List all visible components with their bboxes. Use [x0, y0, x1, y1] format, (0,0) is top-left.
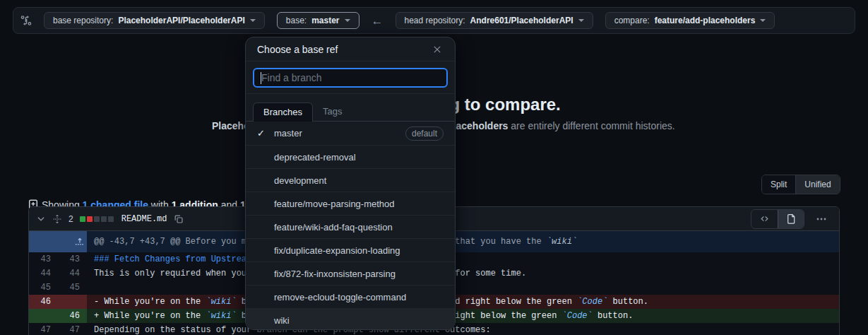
rich-diff-button[interactable] — [778, 210, 804, 228]
line-number-new[interactable]: 46 — [58, 309, 87, 323]
branch-list-item[interactable]: fix/872-fix-inxonsisten-parsing — [246, 261, 455, 285]
diff-view-icon-group — [751, 209, 804, 229]
compare-ref-label: compare: — [614, 16, 650, 25]
branch-list-item[interactable]: fix/duplicate-expansion-loading — [246, 238, 455, 261]
chevron-down-icon — [760, 19, 766, 25]
addition-square — [80, 216, 85, 222]
dropdown-header: Choose a base ref — [246, 37, 455, 61]
head-repository-select[interactable]: head repository:Andre601/PlaceholderAPI — [396, 12, 593, 29]
git-compare-icon — [20, 15, 32, 26]
code-line: + While you're on the `wiki` branch, you… — [87, 309, 839, 323]
filename[interactable]: README.md — [121, 214, 167, 224]
copy-path-icon[interactable] — [174, 214, 184, 224]
code-line: - While you're on the `wiki` branch, you… — [87, 295, 839, 309]
base-repository-label: base repository: — [53, 16, 113, 25]
line-number-new[interactable] — [58, 295, 87, 309]
expand-hunk-button[interactable] — [29, 231, 87, 252]
branch-name: deprecated-removal — [274, 152, 444, 163]
unified-view-button[interactable]: Unified — [795, 175, 839, 194]
base-ref-label: base: — [286, 16, 307, 25]
line-number-old[interactable]: 44 — [29, 266, 58, 281]
neutral-square — [108, 216, 114, 222]
branch-name: remove-ecloud-toggle-command — [274, 292, 444, 302]
base-repository-select[interactable]: base repository:PlaceholderAPI/Placehold… — [44, 12, 265, 29]
neutral-square — [101, 216, 107, 222]
base-repository-value: PlaceholderAPI/PlaceholderAPI — [118, 16, 244, 25]
branch-list: ✓masterdefaultdeprecated-removaldevelopm… — [246, 122, 455, 330]
dropdown-title: Choose a base ref — [257, 44, 431, 55]
check-icon: ✓ — [257, 128, 274, 139]
split-view-button[interactable]: Split — [762, 175, 795, 194]
drag-handle-icon[interactable] — [52, 214, 62, 224]
source-view-button[interactable] — [751, 210, 778, 228]
ref-selector-dropdown: Choose a base ref Branches Tags ✓masterd… — [245, 37, 456, 330]
head-repository-value: Andre601/PlaceholderAPI — [470, 16, 573, 25]
line-number-old[interactable]: 43 — [29, 252, 58, 266]
line-number-new[interactable]: 47 — [58, 323, 87, 335]
branch-list-item[interactable]: development — [246, 168, 455, 192]
text-caret — [261, 72, 261, 84]
branch-name: fix/872-fix-inxonsisten-parsing — [274, 269, 444, 279]
base-ref-select[interactable]: base:master — [277, 12, 359, 29]
tab-branches[interactable]: Branches — [253, 102, 313, 122]
code-line — [87, 281, 839, 295]
line-number-new[interactable]: 43 — [58, 252, 87, 266]
collapse-file-chevron-icon[interactable] — [36, 214, 46, 224]
code-line: Depending on the status of your branch c… — [87, 323, 839, 335]
compare-ref-select[interactable]: compare:feature/add-placeholders — [605, 12, 775, 29]
branch-name: development — [274, 175, 444, 186]
arrow-left-icon: ← — [371, 15, 384, 27]
line-number-old[interactable]: 47 — [29, 323, 58, 335]
view-toggle: Split Unified — [761, 175, 840, 194]
close-button[interactable] — [431, 43, 444, 56]
diffstat — [80, 216, 114, 222]
line-number-old[interactable]: 45 — [29, 281, 58, 295]
chevron-down-icon — [345, 19, 350, 25]
base-ref-value: master — [311, 16, 339, 25]
branch-filter — [246, 61, 455, 94]
code-line: @@ -43,7 +43,7 @@ Before you make a new … — [87, 231, 839, 252]
tab-tags[interactable]: Tags — [313, 102, 352, 121]
deletion-square — [87, 216, 93, 222]
code-line: ### Fetch Changes from Upstream — [87, 252, 839, 266]
branch-name: feature/wiki-add-faq-question — [274, 222, 444, 233]
branch-name: feature/move-parsing-method — [274, 199, 444, 209]
changed-lines-count: 2 — [69, 214, 73, 224]
line-number-new[interactable]: 45 — [58, 281, 87, 295]
line-number-new[interactable]: 44 — [58, 266, 87, 281]
kebab-icon — [816, 213, 827, 225]
branch-list-item[interactable]: deprecated-removal — [246, 145, 455, 168]
branch-list-item[interactable]: ✓masterdefault — [246, 122, 455, 145]
compare-bar: base repository:PlaceholderAPI/Placehold… — [13, 7, 855, 34]
branch-search-input[interactable] — [253, 68, 448, 88]
head-repository-label: head repository: — [405, 16, 465, 25]
branch-name: fix/duplicate-expansion-loading — [274, 245, 444, 256]
branch-list-item[interactable]: wiki — [246, 308, 455, 330]
close-icon — [432, 45, 442, 54]
branch-name: master — [274, 128, 405, 139]
file-options-button[interactable] — [811, 209, 832, 229]
branch-list-item[interactable]: feature/move-parsing-method — [246, 192, 455, 215]
code-line: This is only required when your fork exi… — [87, 266, 839, 281]
default-badge: default — [405, 127, 444, 141]
branch-name: wiki — [274, 315, 444, 326]
ref-type-tabs: Branches Tags — [246, 94, 455, 122]
chevron-down-icon — [578, 19, 584, 25]
line-number-old[interactable]: 46 — [29, 295, 58, 309]
compare-ref-value: feature/add-placeholders — [655, 16, 756, 25]
line-number-old[interactable] — [29, 309, 58, 323]
branch-list-item[interactable]: feature/wiki-add-faq-question — [246, 215, 455, 238]
chevron-down-icon — [250, 19, 256, 25]
branch-list-item[interactable]: remove-ecloud-toggle-command — [246, 285, 455, 308]
neutral-square — [94, 216, 100, 222]
